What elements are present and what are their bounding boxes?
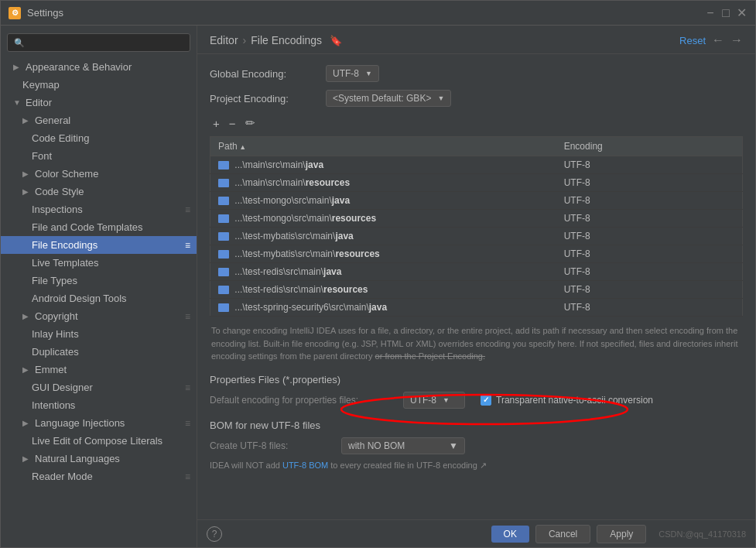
properties-section: Properties Files (*.properties) Default … (210, 374, 743, 409)
sidebar-item-keymap[interactable]: Keymap (1, 76, 197, 94)
search-box[interactable]: 🔍 (7, 33, 190, 52)
sidebar-label: Android Design Tools (32, 293, 127, 304)
bom-info-link[interactable]: UTF-8 BOM (282, 461, 328, 470)
sidebar-item-file-types[interactable]: File Types (1, 272, 197, 289)
breadcrumb-parent: Editor (210, 34, 238, 46)
sidebar-item-file-code-templates[interactable]: File and Code Templates (1, 218, 197, 236)
ok-button[interactable]: OK (491, 526, 529, 543)
table-row[interactable]: ...\test-redis\src\main\resources UTF-8 (210, 281, 743, 299)
sidebar-item-general[interactable]: ▶ General (1, 111, 197, 129)
sidebar-item-emmet[interactable]: ▶ Emmet (1, 361, 197, 378)
watermark: CSDN:@qq_41170318 (659, 529, 746, 539)
sidebar-label: Color Scheme (35, 168, 98, 180)
settings-window: ⚙ Settings − □ ✕ 🔍 ▶ Appearance & Behavi… (0, 0, 756, 548)
search-input[interactable] (28, 37, 183, 48)
help-button[interactable]: ? (207, 526, 222, 542)
app-icon: ⚙ (9, 7, 21, 19)
global-encoding-select[interactable]: UTF-8 ▼ (326, 65, 379, 82)
sidebar-item-live-templates[interactable]: Live Templates (1, 254, 197, 272)
nav-forward-button[interactable]: → (730, 33, 743, 47)
apply-button[interactable]: Apply (597, 525, 646, 543)
table-row[interactable]: ...\test-redis\src\main\java UTF-8 (210, 263, 743, 281)
sidebar-item-color-scheme[interactable]: ▶ Color Scheme (1, 165, 197, 183)
encoding-cell: UTF-8 (556, 210, 743, 228)
sidebar-item-inlay-hints[interactable]: Inlay Hints (1, 325, 197, 343)
sidebar-item-appearance[interactable]: ▶ Appearance & Behavior (1, 58, 197, 76)
default-encoding-value: UTF-8 (410, 395, 436, 406)
add-path-button[interactable]: + (210, 115, 223, 132)
encoding-cell: UTF-8 (556, 228, 743, 245)
reset-button[interactable]: Reset (679, 35, 706, 46)
transparent-conversion-checkbox[interactable]: ✓ (481, 395, 491, 406)
sidebar-item-live-edit-compose[interactable]: Live Edit of Compose Literals (1, 432, 197, 450)
main-content: 🔍 ▶ Appearance & Behavior Keymap ▼ Edito… (1, 26, 755, 547)
close-button[interactable]: ✕ (735, 7, 747, 19)
table-row[interactable]: ...\test-spring-security6\src\main\java … (210, 299, 743, 317)
bom-row: Create UTF-8 files: with NO BOM ▼ (210, 437, 743, 454)
encoding-cell: UTF-8 (556, 174, 743, 192)
sidebar-item-gui-designer[interactable]: GUI Designer ≡ (1, 378, 197, 396)
table-row[interactable]: ...\main\src\main\resources UTF-8 (210, 174, 743, 192)
sidebar-item-code-editing[interactable]: Code Editing (1, 129, 197, 147)
sidebar-item-font[interactable]: Font (1, 147, 197, 165)
sidebar-item-code-style[interactable]: ▶ Code Style (1, 183, 197, 200)
bottom-right: OK Cancel Apply CSDN:@qq_41170318 (491, 525, 746, 543)
path-prefix: ...\test-mybatis\src\main\ (234, 248, 335, 259)
transparent-conversion-row: ✓ Transparent native-to-ascii conversion (481, 395, 653, 406)
folder-icon (218, 250, 229, 259)
path-bold: java (332, 195, 350, 206)
encoding-column-header[interactable]: Encoding (556, 137, 743, 156)
default-encoding-select[interactable]: UTF-8 ▼ (403, 392, 465, 409)
table-row[interactable]: ...\test-mongo\src\main\resources UTF-8 (210, 210, 743, 228)
checkmark-icon: ✓ (483, 396, 489, 404)
cancel-button[interactable]: Cancel (535, 525, 590, 543)
path-prefix: ...\test-mybatis\src\main\ (234, 231, 335, 241)
table-row[interactable]: ...\main\src\main\java UTF-8 (210, 156, 743, 174)
table-row[interactable]: ...\test-mybatis\src\main\java UTF-8 (210, 228, 743, 245)
maximize-button[interactable]: □ (720, 7, 732, 19)
sidebar-label: Duplicates (32, 346, 79, 358)
sidebar-item-duplicates[interactable]: Duplicates (1, 343, 197, 361)
path-bold: resources (323, 284, 368, 295)
sidebar-item-language-injections[interactable]: ▶ Language Injections ≡ (1, 414, 197, 432)
expand-icon: ▶ (22, 419, 32, 427)
sidebar-item-file-encodings[interactable]: File Encodings ≡ (1, 236, 197, 254)
sidebar-label: Code Editing (32, 132, 89, 144)
remove-path-button[interactable]: − (226, 115, 239, 132)
sidebar-item-android-design-tools[interactable]: Android Design Tools (1, 289, 197, 307)
path-bold: java (306, 159, 323, 170)
sidebar-label: Reader Mode (32, 471, 93, 482)
indicator-icon: ≡ (185, 382, 190, 393)
sidebar-item-natural-languages[interactable]: ▶ Natural Languages (1, 450, 197, 468)
bom-select[interactable]: with NO BOM ▼ (341, 437, 465, 454)
edit-path-button[interactable]: ✏ (242, 115, 258, 132)
table-row[interactable]: ...\test-mybatis\src\main\resources UTF-… (210, 245, 743, 263)
bom-section: BOM for new UTF-8 files Create UTF-8 fil… (210, 420, 743, 471)
sidebar-item-editor[interactable]: ▼ Editor (1, 94, 197, 111)
properties-section-title: Properties Files (*.properties) (210, 374, 743, 385)
sidebar-item-intentions[interactable]: Intentions (1, 396, 197, 414)
table-row[interactable]: ...\test-mongo\src\main\java UTF-8 (210, 192, 743, 210)
indicator-icon: ≡ (185, 418, 190, 429)
path-bold: java (323, 266, 341, 277)
path-column-header[interactable]: Path (210, 137, 556, 156)
minimize-button[interactable]: − (704, 7, 717, 19)
sidebar-item-copyright[interactable]: ▶ Copyright ≡ (1, 307, 197, 325)
nav-back-button[interactable]: ← (712, 33, 724, 47)
bookmark-icon[interactable]: 🔖 (330, 35, 342, 46)
strikethrough-text: or from the Project Encoding. (375, 351, 485, 361)
project-encoding-select[interactable]: <System Default: GBK> ▼ (326, 90, 451, 107)
project-encoding-value: <System Default: GBK> (333, 93, 431, 104)
sidebar-item-reader-mode[interactable]: Reader Mode ≡ (1, 468, 197, 485)
folder-icon (218, 232, 229, 241)
expand-icon: ▶ (22, 365, 32, 374)
file-table-toolbar: + − ✏ (210, 115, 743, 132)
sidebar-label: Keymap (22, 79, 60, 91)
path-prefix: ...\main\src\main\ (234, 159, 305, 170)
path-bold: resources (332, 213, 376, 224)
breadcrumb-separator: › (243, 34, 247, 46)
sidebar-label: General (35, 115, 70, 126)
sidebar-label: Language Injections (35, 417, 125, 429)
sidebar-item-inspections[interactable]: Inspections ≡ (1, 200, 197, 218)
global-encoding-value: UTF-8 (333, 68, 359, 79)
